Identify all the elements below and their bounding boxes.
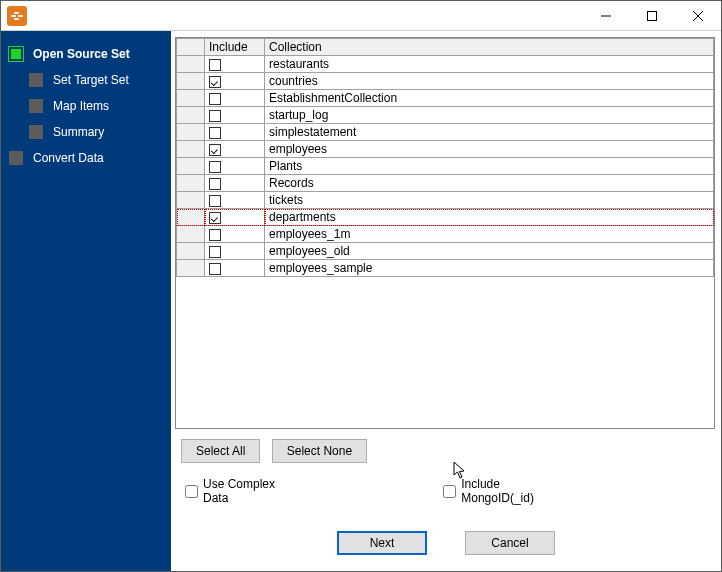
include-checkbox[interactable] <box>209 246 221 258</box>
include-cell[interactable] <box>205 124 265 141</box>
collection-header[interactable]: Collection <box>265 39 714 56</box>
include-checkbox[interactable] <box>209 144 221 156</box>
main-panel: Include Collection restaurantscountriesE… <box>171 31 721 571</box>
include-cell[interactable] <box>205 209 265 226</box>
app-icon <box>7 6 27 26</box>
include-checkbox[interactable] <box>209 178 221 190</box>
table-row[interactable]: tickets <box>177 192 714 209</box>
row-header[interactable] <box>177 158 205 175</box>
row-header[interactable] <box>177 107 205 124</box>
table-row[interactable]: employees_1m <box>177 226 714 243</box>
include-checkbox[interactable] <box>209 263 221 275</box>
include-mongoid-label: Include MongoID(_id) <box>461 477 571 505</box>
collection-cell[interactable]: employees_sample <box>265 260 714 277</box>
include-cell[interactable] <box>205 192 265 209</box>
include-checkbox[interactable] <box>209 127 221 139</box>
collection-cell[interactable]: Plants <box>265 158 714 175</box>
include-cell[interactable] <box>205 226 265 243</box>
step-label: Summary <box>53 125 104 139</box>
table-row[interactable]: employees <box>177 141 714 158</box>
collection-cell[interactable]: departments <box>265 209 714 226</box>
collection-cell[interactable]: countries <box>265 73 714 90</box>
row-header[interactable] <box>177 90 205 107</box>
use-complex-data-label: Use Complex Data <box>203 477 299 505</box>
table-row[interactable]: countries <box>177 73 714 90</box>
step-set-target-set[interactable]: Set Target Set <box>1 67 171 93</box>
titlebar <box>1 1 721 31</box>
row-header[interactable] <box>177 56 205 73</box>
collection-table: Include Collection restaurantscountriesE… <box>176 38 714 277</box>
include-cell[interactable] <box>205 260 265 277</box>
row-header[interactable] <box>177 209 205 226</box>
step-summary[interactable]: Summary <box>1 119 171 145</box>
maximize-button[interactable] <box>629 1 675 31</box>
row-header[interactable] <box>177 124 205 141</box>
include-cell[interactable] <box>205 175 265 192</box>
include-cell[interactable] <box>205 141 265 158</box>
collection-cell[interactable]: employees_1m <box>265 226 714 243</box>
step-open-source-set[interactable]: Open Source Set <box>1 41 171 67</box>
step-label: Open Source Set <box>33 47 130 61</box>
select-all-button[interactable]: Select All <box>181 439 260 463</box>
include-checkbox[interactable] <box>209 76 221 88</box>
wizard-window: Open Source Set Set Target Set Map Items… <box>0 0 722 572</box>
include-cell[interactable] <box>205 243 265 260</box>
table-row[interactable]: employees_old <box>177 243 714 260</box>
table-row[interactable]: EstablishmentCollection <box>177 90 714 107</box>
step-marker-icon <box>29 125 43 139</box>
step-marker-icon <box>29 73 43 87</box>
table-row[interactable]: simplestatement <box>177 124 714 141</box>
include-checkbox[interactable] <box>209 93 221 105</box>
use-complex-data-checkbox[interactable] <box>185 485 198 498</box>
include-cell[interactable] <box>205 107 265 124</box>
step-convert-data[interactable]: Convert Data <box>1 145 171 171</box>
collection-table-area: Include Collection restaurantscountriesE… <box>175 37 715 429</box>
include-checkbox[interactable] <box>209 161 221 173</box>
row-header[interactable] <box>177 226 205 243</box>
close-button[interactable] <box>675 1 721 31</box>
table-row[interactable]: employees_sample <box>177 260 714 277</box>
include-checkbox[interactable] <box>209 110 221 122</box>
collection-cell[interactable]: tickets <box>265 192 714 209</box>
step-label: Convert Data <box>33 151 104 165</box>
cancel-button[interactable]: Cancel <box>465 531 555 555</box>
use-complex-data-option[interactable]: Use Complex Data <box>181 477 299 505</box>
collection-cell[interactable]: employees <box>265 141 714 158</box>
table-row[interactable]: restaurants <box>177 56 714 73</box>
collection-cell[interactable]: EstablishmentCollection <box>265 90 714 107</box>
minimize-button[interactable] <box>583 1 629 31</box>
svg-rect-0 <box>648 11 657 20</box>
include-cell[interactable] <box>205 90 265 107</box>
step-map-items[interactable]: Map Items <box>1 93 171 119</box>
row-header[interactable] <box>177 192 205 209</box>
include-checkbox[interactable] <box>209 195 221 207</box>
collection-cell[interactable]: restaurants <box>265 56 714 73</box>
row-header[interactable] <box>177 243 205 260</box>
corner-header <box>177 39 205 56</box>
row-header[interactable] <box>177 260 205 277</box>
collection-cell[interactable]: employees_old <box>265 243 714 260</box>
include-checkbox[interactable] <box>209 212 221 224</box>
select-none-button[interactable]: Select None <box>272 439 367 463</box>
include-header[interactable]: Include <box>205 39 265 56</box>
include-cell[interactable] <box>205 73 265 90</box>
include-cell[interactable] <box>205 56 265 73</box>
include-checkbox[interactable] <box>209 229 221 241</box>
next-button[interactable]: Next <box>337 531 427 555</box>
table-row[interactable]: Plants <box>177 158 714 175</box>
collection-cell[interactable]: simplestatement <box>265 124 714 141</box>
row-header[interactable] <box>177 141 205 158</box>
include-mongoid-checkbox[interactable] <box>443 485 456 498</box>
table-row[interactable]: Records <box>177 175 714 192</box>
wizard-sidebar: Open Source Set Set Target Set Map Items… <box>1 31 171 571</box>
include-mongoid-option[interactable]: Include MongoID(_id) <box>439 477 571 505</box>
row-header[interactable] <box>177 175 205 192</box>
include-checkbox[interactable] <box>209 59 221 71</box>
table-row[interactable]: startup_log <box>177 107 714 124</box>
collection-cell[interactable]: Records <box>265 175 714 192</box>
footer-buttons: Next Cancel <box>171 521 721 571</box>
row-header[interactable] <box>177 73 205 90</box>
table-row[interactable]: departments <box>177 209 714 226</box>
include-cell[interactable] <box>205 158 265 175</box>
collection-cell[interactable]: startup_log <box>265 107 714 124</box>
